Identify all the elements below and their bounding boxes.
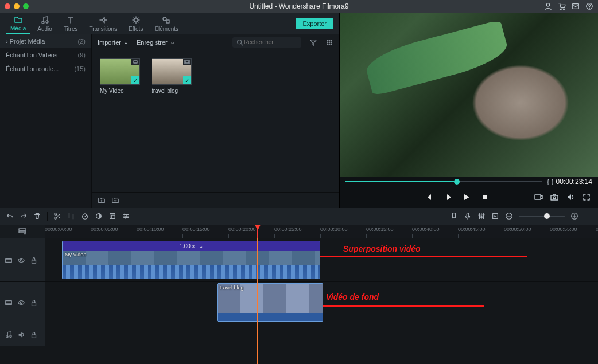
redo-icon[interactable] [20,212,28,220]
lock-icon[interactable] [30,256,38,264]
sidebar-item-sample-colors[interactable]: Échantillon coule... (15) [0,62,91,76]
minimize-window-button[interactable] [14,3,20,9]
sparkle-icon [131,15,141,25]
text-icon [66,15,75,25]
prev-frame-button[interactable] [425,193,434,202]
timeline-clip-1[interactable]: 1.00 x⌄ My Video [62,241,320,279]
track-head [0,238,45,281]
mixer-icon[interactable] [477,212,486,220]
mark-out-icon[interactable]: } [552,178,554,185]
thumb-image: ✓ [152,58,192,85]
header-right-icons [544,2,593,10]
track-head [0,323,45,346]
media-thumb[interactable]: ✓ travel blog [152,58,192,94]
marker-icon[interactable] [450,212,458,220]
mic-icon[interactable] [464,212,472,220]
lock-icon[interactable] [30,331,38,339]
svg-rect-41 [19,229,26,230]
svg-point-0 [546,3,549,6]
settings-icon[interactable]: ⋮⋮ [584,212,592,220]
ruler-playhead[interactable] [257,225,258,238]
visibility-icon[interactable] [17,256,25,264]
record-button[interactable]: Enregistrer ⌄ [137,38,175,46]
quality-icon[interactable] [534,193,543,202]
timeline-ruler[interactable]: 00:00:00:0000:00:05:0000:00:10:0000:00:1… [45,225,598,238]
mail-icon[interactable] [572,2,580,10]
undo-icon[interactable] [6,212,14,220]
snapshot-icon[interactable] [550,193,559,202]
import-button[interactable]: Importer ⌄ [98,38,129,46]
timeline-clip-2[interactable]: travel blog [217,283,323,322]
volume-icon[interactable] [566,193,575,202]
filter-icon[interactable] [309,38,317,46]
zoom-in-icon[interactable] [570,212,578,220]
zoom-handle[interactable] [544,213,550,219]
svg-rect-32 [110,214,115,219]
ruler-tick: 00:00:10:00 [137,226,164,232]
media-sidebar: ›Projet Média (2) Échantillon Vidéos (9)… [0,34,92,208]
annotation-line [323,305,484,307]
color-icon[interactable] [95,212,103,220]
video-track-icon [5,256,13,264]
search-input[interactable] [244,39,290,45]
zoom-out-icon[interactable] [505,212,513,220]
help-icon[interactable] [585,2,593,10]
fullscreen-icon[interactable] [582,193,591,202]
ruler-tick: 00:00:00:00 [45,226,72,232]
scrub-handle[interactable] [454,179,460,185]
svg-point-15 [329,42,330,43]
svg-rect-26 [551,195,558,200]
folder-icon [14,15,23,24]
stop-button[interactable] [480,193,490,202]
preview-viewport[interactable] [340,13,598,177]
delete-icon[interactable] [33,212,41,220]
lock-icon[interactable] [30,299,38,307]
audio-track-1 [0,323,598,346]
close-window-button[interactable] [5,3,10,9]
svg-point-1 [560,9,561,10]
ruler-tick: 00:01:0 [596,226,598,232]
remove-folder-icon[interactable] [111,196,119,204]
tab-transitions[interactable]: Transitions [84,14,122,33]
split-icon[interactable] [53,212,61,220]
tab-elements[interactable]: Éléments [150,14,183,33]
svg-point-7 [46,21,48,23]
export-button[interactable]: Exporter [296,18,333,29]
media-thumb[interactable]: ✓ My Video [100,58,140,94]
search-box[interactable] [232,37,301,48]
maximize-window-button[interactable] [23,3,29,9]
speed-icon[interactable] [81,212,89,220]
zoom-slider[interactable] [519,216,565,217]
search-icon [236,38,244,46]
tab-titles[interactable]: Titres [59,14,83,33]
ruler-tick: 00:00:35:00 [366,226,394,232]
play-button[interactable] [462,193,471,202]
render-icon[interactable] [491,212,499,220]
scrub-bar[interactable] [345,181,542,182]
sidebar-item-project[interactable]: ›Projet Média (2) [0,34,91,48]
tab-audio[interactable]: Audio [33,14,57,33]
add-folder-icon[interactable] [98,196,106,204]
sidebar-item-sample-videos[interactable]: Échantillon Vidéos (9) [0,48,91,62]
tab-effects[interactable]: Effets [124,14,147,33]
thumb-label: My Video [100,88,140,94]
manage-tracks-icon[interactable] [0,225,45,238]
user-icon[interactable] [544,2,552,10]
adjust-icon[interactable] [122,212,130,220]
svg-point-16 [331,42,332,43]
play-step-button[interactable] [444,193,453,202]
visibility-icon[interactable] [17,299,25,307]
greenscreen-icon[interactable] [108,212,117,220]
cart-icon[interactable] [558,2,566,10]
mute-icon[interactable] [17,331,25,339]
preview-panel: { } 00:00:23:14 [340,13,598,208]
grid-view-icon[interactable] [325,38,333,46]
tab-media[interactable]: Média [6,14,30,34]
crop-icon[interactable] [67,212,75,220]
ruler-tick: 00:00:15:00 [182,226,210,232]
mark-in-icon[interactable]: { [547,178,549,185]
svg-point-11 [327,40,328,41]
clip-speed-bar[interactable]: 1.00 x⌄ [63,241,320,251]
media-thumbnails: ✓ My Video ✓ travel blog [92,50,339,192]
transport-bar [340,187,598,208]
